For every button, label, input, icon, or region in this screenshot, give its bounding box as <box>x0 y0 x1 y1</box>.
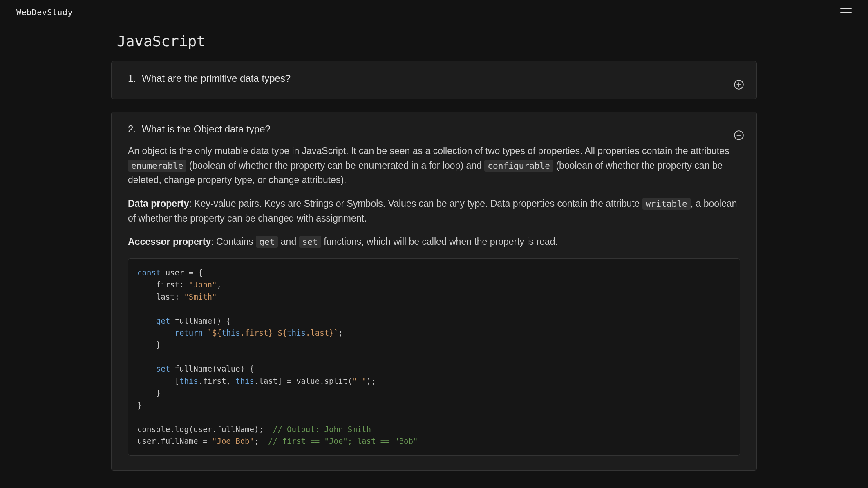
site-brand[interactable]: WebDevStudy <box>16 7 73 17</box>
question-number: 2. <box>128 123 136 135</box>
question-title[interactable]: 2. What is the Object data type? <box>128 123 271 135</box>
term: Data property <box>128 198 189 209</box>
menu-icon[interactable] <box>840 8 852 16</box>
inline-code: enumerable <box>128 160 186 172</box>
question-text: What is the Object data type? <box>142 123 271 135</box>
text-run: : Key-value pairs. Keys are Strings or S… <box>189 198 642 209</box>
answer-body: An object is the only mutable data type … <box>128 144 740 456</box>
answer-paragraph: Accessor property: Contains get and set … <box>128 235 740 249</box>
inline-code: configurable <box>484 160 553 172</box>
inline-code: set <box>299 236 321 248</box>
text-run: (boolean of whether the property can be … <box>189 160 484 171</box>
expand-icon[interactable] <box>734 79 744 90</box>
answer-paragraph: An object is the only mutable data type … <box>128 144 740 188</box>
question-card: 1. What are the primitive data types? <box>111 61 757 99</box>
term: Accessor property <box>128 236 211 247</box>
code-block: const user = { first: "John", last: "Smi… <box>128 258 740 456</box>
text-run: An object is the only mutable data type … <box>128 146 729 156</box>
question-number: 1. <box>128 73 136 84</box>
answer-paragraph: Data property: Key-value pairs. Keys are… <box>128 197 740 226</box>
question-text: What are the primitive data types? <box>142 73 291 84</box>
question-card: 2. What is the Object data type? An obje… <box>111 112 757 471</box>
text-run: functions, which will be called when the… <box>321 236 558 247</box>
inline-code: writable <box>642 198 691 210</box>
question-title[interactable]: 1. What are the primitive data types? <box>128 73 291 84</box>
page-title: JavaScript <box>117 33 757 49</box>
text-run: : Contains <box>211 236 256 247</box>
inline-code: get <box>256 236 278 248</box>
text-run: and <box>278 236 299 247</box>
collapse-icon[interactable] <box>734 130 744 141</box>
